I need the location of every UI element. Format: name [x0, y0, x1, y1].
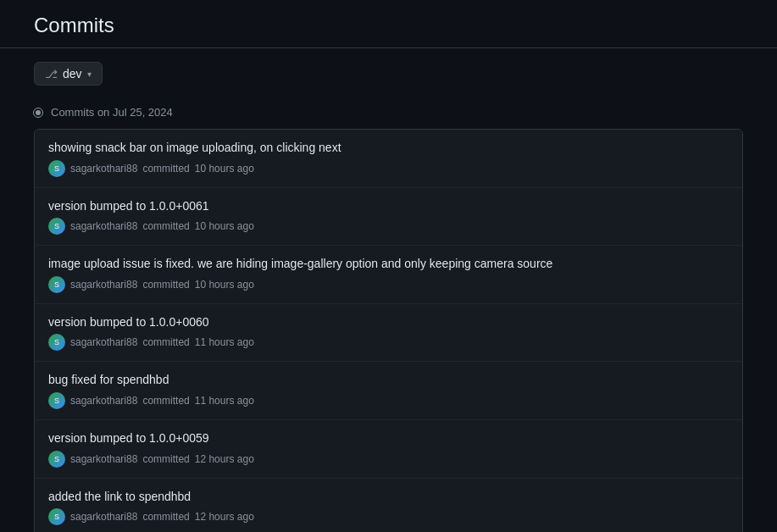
- commit-author[interactable]: sagarkothari88: [70, 395, 137, 407]
- commit-meta: S sagarkothari88 committed 12 hours ago: [48, 451, 729, 468]
- commit-time: 10 hours ago: [195, 220, 254, 232]
- commit-meta: S sagarkothari88 committed 11 hours ago: [48, 392, 729, 409]
- table-row: version bumped to 1.0.0+0061 S sagarkoth…: [35, 188, 742, 247]
- branch-selector[interactable]: ⎇ dev ▾: [34, 62, 103, 86]
- committed-word: committed: [142, 279, 189, 291]
- commit-message[interactable]: image upload issue is fixed. we are hidi…: [48, 256, 729, 273]
- commit-time: 10 hours ago: [195, 163, 254, 175]
- commit-time: 12 hours ago: [195, 453, 254, 465]
- commit-meta: S sagarkothari88 committed 10 hours ago: [48, 218, 729, 235]
- page-title: Commits: [34, 14, 743, 37]
- committed-word: committed: [142, 220, 189, 232]
- commit-meta: S sagarkothari88 committed 11 hours ago: [48, 334, 729, 351]
- avatar: S: [48, 160, 65, 177]
- commit-time: 10 hours ago: [195, 279, 254, 291]
- table-row: version bumped to 1.0.0+0059 S sagarkoth…: [35, 420, 742, 479]
- commit-author[interactable]: sagarkothari88: [70, 453, 137, 465]
- committed-word: committed: [142, 336, 189, 348]
- chevron-down-icon: ▾: [87, 69, 92, 79]
- commit-message[interactable]: showing snack bar on image uploading, on…: [48, 140, 729, 157]
- table-row: added the link to spendhbd S sagarkothar…: [35, 479, 742, 532]
- avatar: S: [48, 451, 65, 468]
- commit-meta: S sagarkothari88 committed 12 hours ago: [48, 508, 729, 525]
- commit-time: 11 hours ago: [195, 395, 254, 407]
- commit-meta: S sagarkothari88 committed 10 hours ago: [48, 160, 729, 177]
- commit-author[interactable]: sagarkothari88: [70, 220, 137, 232]
- avatar: S: [48, 276, 65, 293]
- committed-word: committed: [142, 163, 189, 175]
- committed-word: committed: [142, 453, 189, 465]
- commit-author[interactable]: sagarkothari88: [70, 163, 137, 175]
- commit-message[interactable]: version bumped to 1.0.0+0060: [48, 314, 729, 331]
- branch-icon: ⎇: [45, 68, 58, 80]
- committed-word: committed: [142, 395, 189, 407]
- branch-label: dev: [63, 67, 82, 80]
- date-label: Commits on Jul 25, 2024: [51, 106, 173, 119]
- commit-author[interactable]: sagarkothari88: [70, 511, 137, 523]
- commits-section: Commits on Jul 25, 2024 showing snack ba…: [0, 99, 777, 532]
- table-row: bug fixed for spendhbd S sagarkothari88 …: [35, 362, 742, 420]
- commit-meta: S sagarkothari88 committed 10 hours ago: [48, 276, 729, 293]
- commits-list: showing snack bar on image uploading, on…: [34, 129, 743, 532]
- commit-author[interactable]: sagarkothari88: [70, 336, 137, 348]
- avatar: S: [48, 392, 65, 409]
- table-row: image upload issue is fixed. we are hidi…: [35, 246, 742, 304]
- commit-author[interactable]: sagarkothari88: [70, 279, 137, 291]
- committed-word: committed: [142, 511, 189, 523]
- table-row: version bumped to 1.0.0+0060 S sagarkoth…: [35, 304, 742, 363]
- page-header: Commits: [0, 0, 777, 48]
- avatar: S: [48, 508, 65, 525]
- commit-time: 11 hours ago: [195, 336, 254, 348]
- timeline-dot: [34, 108, 42, 117]
- date-header: Commits on Jul 25, 2024: [34, 99, 743, 125]
- toolbar: ⎇ dev ▾: [0, 48, 777, 99]
- commit-message[interactable]: version bumped to 1.0.0+0061: [48, 198, 729, 215]
- avatar: S: [48, 334, 65, 351]
- commit-message[interactable]: added the link to spendhbd: [48, 489, 729, 506]
- commit-message[interactable]: bug fixed for spendhbd: [48, 372, 729, 389]
- avatar: S: [48, 218, 65, 235]
- table-row: showing snack bar on image uploading, on…: [35, 130, 742, 188]
- commit-time: 12 hours ago: [195, 511, 254, 523]
- commit-message[interactable]: version bumped to 1.0.0+0059: [48, 430, 729, 447]
